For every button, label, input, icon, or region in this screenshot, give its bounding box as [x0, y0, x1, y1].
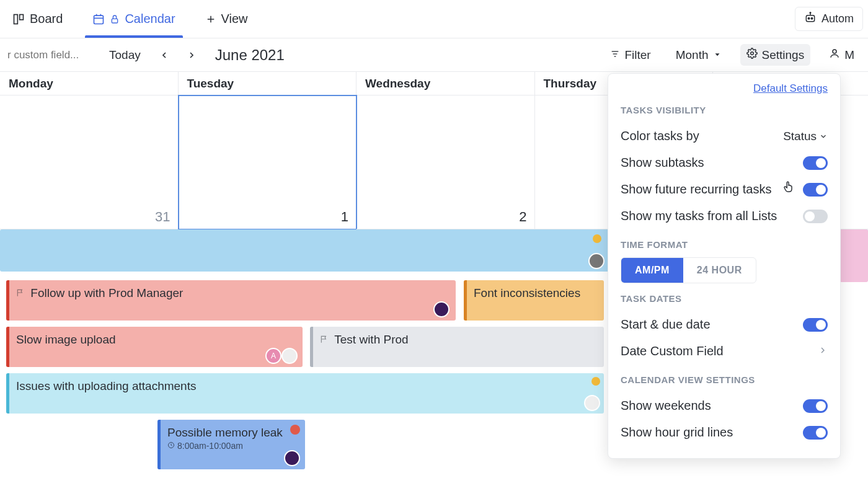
task-test-with-prod[interactable]: Test with Prod: [310, 327, 604, 367]
task-label: Slow image upload: [16, 333, 116, 346]
default-settings-link[interactable]: Default Settings: [621, 82, 828, 95]
toggle-show-my-tasks[interactable]: [803, 210, 828, 223]
toggle-show-future-recurring[interactable]: [803, 183, 828, 197]
setting-show-subtasks: Show subtasks: [621, 149, 828, 176]
filter-label: Filter: [624, 48, 650, 62]
date-31: 31: [155, 209, 170, 225]
task-label: Follow up with Prod Manager: [30, 286, 183, 299]
setting-color-tasks-by[interactable]: Color tasks by Status: [621, 123, 828, 149]
tab-calendar-label: Calendar: [125, 12, 175, 26]
avatar: [588, 253, 604, 269]
status-dot-icon: [593, 234, 601, 243]
task-memory-leak[interactable]: Possible memory leak 8:00am-10:00am: [157, 420, 305, 469]
setting-date-custom-field[interactable]: Date Custom Field: [621, 338, 828, 365]
setting-label: Color tasks by: [621, 129, 699, 143]
setting-show-future-recurring: Show future recurring tasks: [621, 176, 828, 203]
tab-add-view[interactable]: View: [198, 0, 255, 38]
toggle-show-subtasks[interactable]: [803, 156, 828, 170]
filter-button[interactable]: Filter: [604, 45, 657, 66]
setting-start-due-date: Start & due date: [621, 311, 828, 338]
avatar: [433, 301, 450, 317]
task-bar-unlabeled-pink[interactable]: [839, 229, 868, 282]
flag-icon: [320, 333, 332, 346]
plus-icon: [205, 14, 216, 25]
status-dot-icon: [591, 377, 600, 386]
range-dropdown[interactable]: Month: [670, 45, 728, 66]
custom-field-input[interactable]: [7, 49, 94, 61]
setting-label: Start & due date: [621, 317, 711, 332]
setting-label: Show weekends: [621, 399, 711, 413]
filter-icon: [610, 48, 620, 62]
avatar: A: [265, 348, 281, 364]
automate-button[interactable]: Autom: [795, 7, 863, 31]
view-tabs: Board Calendar View Autom: [0, 0, 868, 38]
tab-calendar[interactable]: Calendar: [85, 0, 182, 38]
day-header-tuesday: Tuesday: [179, 72, 357, 95]
section-time-format-label: TIME FORMAT: [621, 239, 828, 250]
day-header-wednesday: Wednesday: [356, 72, 535, 95]
task-label: Test with Prod: [334, 333, 408, 346]
setting-show-weekends: Show weekends: [621, 392, 828, 419]
robot-icon: [804, 11, 817, 27]
date-1: 1: [341, 209, 348, 225]
tab-add-view-label: View: [221, 12, 248, 26]
chevron-right-icon: [818, 344, 828, 358]
svg-marker-17: [715, 53, 719, 56]
next-month-button[interactable]: [183, 46, 200, 64]
setting-label: Show subtasks: [621, 156, 704, 170]
task-follow-up[interactable]: Follow up with Prod Manager: [6, 280, 456, 321]
setting-show-hour-grid: Show hour grid lines: [621, 419, 828, 446]
svg-point-10: [808, 17, 810, 19]
gear-icon: [746, 48, 758, 62]
svg-rect-9: [806, 15, 814, 22]
flag-icon: [16, 286, 28, 299]
chevron-down-icon: [713, 48, 722, 62]
svg-rect-0: [14, 14, 18, 24]
automate-label: Autom: [822, 12, 854, 25]
lock-icon: [110, 14, 120, 24]
task-label: Possible memory leak: [167, 426, 298, 440]
day-header-monday: Monday: [0, 72, 179, 95]
section-visibility-label: TASKS VISIBILITY: [621, 105, 828, 115]
avatar: [584, 395, 600, 411]
time-format-segmented: AM/PM 24 HOUR: [621, 257, 756, 283]
section-calendar-view-label: CALENDAR VIEW SETTINGS: [621, 374, 828, 385]
toggle-start-due-date[interactable]: [803, 318, 828, 332]
person-icon: [829, 48, 840, 62]
board-icon: [12, 13, 25, 25]
segment-ampm[interactable]: AM/PM: [621, 258, 683, 283]
tab-board-label: Board: [30, 12, 63, 26]
svg-point-11: [811, 17, 813, 19]
setting-label: Show future recurring tasks: [621, 182, 771, 197]
month-label: June 2021: [215, 46, 285, 64]
clock-icon: [167, 441, 175, 451]
task-label: Issues with uploading attachments: [16, 379, 196, 392]
segment-24hour[interactable]: 24 HOUR: [683, 258, 756, 283]
setting-label: Date Custom Field: [621, 344, 724, 358]
settings-button[interactable]: Settings: [740, 44, 811, 66]
task-issues-uploading[interactable]: Issues with uploading attachments: [6, 373, 604, 414]
settings-label: Settings: [762, 48, 805, 62]
task-slow-image-upload[interactable]: Slow image upload A: [6, 327, 303, 367]
calendar-icon: [92, 13, 105, 25]
svg-rect-6: [112, 19, 118, 23]
svg-point-19: [833, 50, 836, 53]
tab-board[interactable]: Board: [5, 0, 70, 38]
svg-point-18: [750, 52, 753, 55]
date-2: 2: [519, 209, 526, 225]
toggle-show-hour-grid[interactable]: [803, 426, 828, 440]
task-label: Font inconsistencies: [474, 286, 580, 299]
me-button[interactable]: M: [823, 44, 861, 66]
range-label: Month: [676, 48, 709, 62]
today-button[interactable]: Today: [104, 46, 146, 64]
toggle-show-weekends[interactable]: [803, 399, 828, 413]
prev-month-button[interactable]: [156, 46, 173, 64]
setting-show-my-tasks: Show my tasks from all Lists: [621, 203, 828, 229]
me-label: M: [844, 48, 854, 62]
settings-panel: Default Settings TASKS VISIBILITY Color …: [608, 73, 841, 459]
color-tasks-by-dropdown[interactable]: Status: [783, 130, 828, 143]
avatar: [284, 450, 300, 466]
calendar-toolbar: Today June 2021 Filter Month Settings: [0, 38, 868, 72]
cursor-icon: [782, 180, 795, 197]
task-font-inconsistencies[interactable]: Font inconsistencies: [464, 280, 604, 321]
